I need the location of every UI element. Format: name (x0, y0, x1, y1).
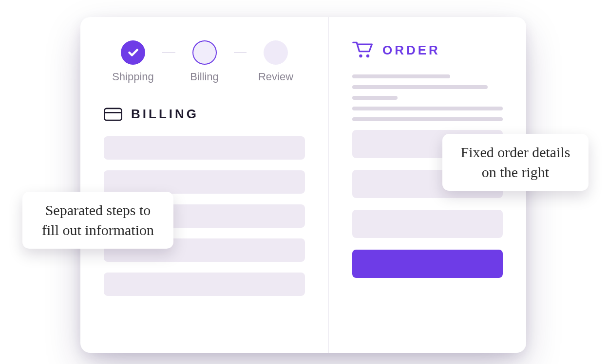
check-icon (127, 46, 139, 59)
order-title: ORDER (382, 43, 440, 58)
step-review-circle (264, 40, 288, 65)
credit-card-icon (104, 107, 122, 122)
form-field-placeholder[interactable] (104, 170, 305, 194)
summary-row (352, 210, 503, 238)
svg-rect-0 (104, 108, 121, 120)
svg-point-2 (359, 55, 362, 57)
step-shipping[interactable]: Shipping (104, 40, 162, 83)
summary-line (352, 85, 488, 89)
billing-section-header: BILLING (104, 107, 305, 122)
step-track (162, 52, 175, 53)
step-shipping-label: Shipping (112, 71, 154, 83)
annotation-left: Separated steps to fill out information (22, 192, 173, 249)
summary-line (352, 117, 503, 121)
svg-point-3 (366, 55, 369, 57)
summary-line (352, 107, 503, 110)
form-field-placeholder[interactable] (104, 273, 305, 296)
step-shipping-circle (121, 40, 145, 65)
step-billing-circle (192, 40, 217, 65)
order-section-header: ORDER (352, 40, 503, 60)
place-order-button[interactable] (352, 250, 503, 278)
annotation-right: Fixed order details on the right (442, 134, 589, 191)
step-billing-label: Billing (190, 71, 219, 83)
step-review-label: Review (258, 71, 293, 83)
cart-icon (352, 40, 374, 60)
billing-title: BILLING (131, 107, 199, 122)
checkout-stepper: Shipping Billing Review (104, 40, 305, 83)
summary-line (352, 74, 450, 78)
step-track (234, 52, 247, 53)
step-billing[interactable]: Billing (175, 40, 234, 83)
form-field-placeholder[interactable] (104, 136, 305, 160)
step-review[interactable]: Review (247, 40, 305, 83)
checkout-left-pane: Shipping Billing Review BILLING (80, 17, 329, 353)
summary-line (352, 96, 398, 100)
